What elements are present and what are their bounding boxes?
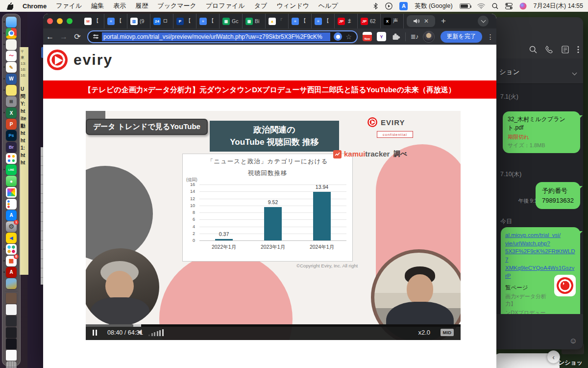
dock-item-grid-app[interactable]	[6, 153, 17, 164]
dock-item-word[interactable]: W	[6, 74, 17, 84]
dock-item-app-store[interactable]: A	[6, 210, 17, 221]
input-method-icon[interactable]: A	[399, 2, 408, 10]
close-tab-icon[interactable]: ✕	[424, 18, 429, 25]
dock-item-wave-app[interactable]: 〜	[6, 51, 17, 61]
dock-item-slack[interactable]	[6, 244, 17, 255]
note-icon[interactable]	[562, 46, 569, 53]
dock-item-preview-image[interactable]	[6, 278, 17, 289]
dock-item-messages[interactable]: ●	[6, 176, 17, 186]
new-tab-button[interactable]: +	[441, 16, 446, 26]
browser-tab[interactable]: P【	[173, 14, 196, 28]
extension-news-icon[interactable]: New	[363, 32, 372, 41]
pause-button[interactable]	[93, 330, 97, 336]
browser-tab[interactable]: JP62	[358, 14, 381, 28]
url-text[interactable]: portal.miovp.com/trial_vsi/preview/movie…	[102, 32, 330, 41]
browser-tab[interactable]: M【	[81, 14, 104, 28]
wifi-icon[interactable]	[477, 3, 485, 9]
menu-bookmarks[interactable]: ブックマーク	[157, 1, 196, 10]
update-chrome-button[interactable]: 更新を完了	[441, 31, 482, 43]
menu-view[interactable]: 表示	[113, 1, 126, 10]
reload-button[interactable]: ⟳	[71, 32, 84, 41]
browser-tab[interactable]: JPま	[335, 14, 358, 28]
browser-tab[interactable]: ▦Gc	[220, 14, 243, 28]
zoom-window-button[interactable]	[67, 18, 73, 24]
menu-history[interactable]: 履歴	[135, 1, 148, 10]
dock-item-notes-blank[interactable]	[6, 39, 17, 50]
video-player[interactable]: データ トレンドで見るYouTube 政治関連の YouTube 視聴回数 推移…	[86, 111, 461, 340]
address-bar[interactable]: portal.miovp.com/trial_vsi/preview/movie…	[87, 30, 358, 43]
line-chat-title-row[interactable]: ション	[496, 58, 583, 84]
minimize-window-button[interactable]	[57, 18, 63, 24]
browser-tab[interactable]: ≡【	[289, 14, 312, 28]
message-bubble-booking[interactable]: 予約番号 798913632	[536, 182, 580, 209]
dock-item-bridge[interactable]: Br	[6, 142, 17, 153]
volume-icon[interactable]	[138, 329, 145, 336]
playback-speed[interactable]: x2.0	[418, 329, 430, 336]
dock-item-minimized-window-1[interactable]	[6, 315, 17, 326]
menu-profiles[interactable]: プロファイル	[206, 1, 245, 10]
call-icon[interactable]	[545, 46, 553, 53]
battery-icon[interactable]	[460, 3, 470, 9]
message-link[interactable]: al.miovp.com/trial_vsi/	[505, 231, 576, 239]
apple-icon[interactable]	[7, 2, 13, 10]
browser-tab[interactable]: ≡【	[196, 14, 220, 28]
dock-item-acrobat[interactable]: A	[6, 267, 17, 278]
browser-tab[interactable]: ≡【	[312, 14, 335, 28]
menu-tabs[interactable]: タブ	[254, 1, 268, 10]
collapse-chevron-button[interactable]: ‹	[547, 350, 560, 364]
dock-item-notes[interactable]: ✎	[6, 62, 17, 73]
browser-tab[interactable]: 24ロ	[150, 14, 173, 28]
bluetooth-icon[interactable]	[373, 3, 378, 9]
browser-tab[interactable]: ▥(9	[127, 14, 150, 28]
dock-item-photos[interactable]	[6, 187, 17, 198]
dock-item-powerpoint[interactable]: P	[6, 119, 17, 130]
tab-search-button[interactable]	[478, 16, 489, 26]
dock-item-microsoft-365[interactable]: ▦6	[6, 256, 17, 266]
menu-window[interactable]: ウィンドウ	[276, 1, 309, 10]
dock-item-reminders[interactable]	[6, 199, 17, 210]
lens-icon[interactable]	[334, 32, 342, 41]
volume-level-bars[interactable]	[148, 329, 164, 336]
player-control-bar[interactable]: 08:40 / 64:31 x2.0 MID	[86, 324, 461, 340]
menubar-app-name[interactable]: Chrome	[23, 2, 47, 10]
siri-icon[interactable]	[519, 2, 527, 10]
dock-item-trash[interactable]	[6, 361, 17, 368]
more-icon[interactable]	[577, 46, 579, 53]
dock-item-minimized-window-2[interactable]	[6, 327, 17, 338]
quality-badge[interactable]: MID	[441, 329, 454, 336]
browser-tab[interactable]: ▲「	[266, 14, 289, 28]
site-info-icon[interactable]	[93, 35, 98, 38]
menubar-clock[interactable]: 7月24日(木) 14:55	[534, 2, 583, 10]
message-link[interactable]: 5X3F%2F9cK%2FRtKtWLD7	[505, 247, 576, 263]
line-chat-area[interactable]: 7.1(火) 32_木村ミルクプラント.pdf 期限切れ サイズ：1.8MB 7…	[496, 84, 583, 314]
menu-edit[interactable]: 編集	[91, 1, 104, 10]
dock-item-minimized-window-3[interactable]	[6, 339, 17, 349]
message-link[interactable]: vie/urlWatch.php?	[505, 239, 576, 248]
dock-item-minimized-photo[interactable]	[6, 293, 17, 304]
dock-item-minimized-doc[interactable]	[6, 304, 17, 315]
dock-item-cassette-app[interactable]: ▤	[6, 96, 17, 107]
input-method-label[interactable]: 英数 (Google)	[415, 2, 452, 10]
dock-item-photoshop[interactable]: Ps	[6, 130, 17, 141]
dock-item-delta-app[interactable]: ◀	[6, 233, 17, 243]
search-icon[interactable]	[529, 46, 537, 53]
eviry-play-icon[interactable]	[554, 275, 576, 296]
play-circle-icon[interactable]	[385, 2, 392, 10]
dock-item-finder[interactable]	[6, 17, 17, 27]
dock-item-line[interactable]: LINE	[6, 164, 17, 175]
seek-bar[interactable]	[86, 324, 461, 327]
seek-bar-handle[interactable]	[133, 324, 141, 327]
emoji-icon[interactable]: ☺	[569, 337, 577, 345]
menu-help[interactable]: ヘルプ	[318, 1, 338, 10]
extensions-puzzle-icon[interactable]	[391, 32, 400, 41]
line-chat-window[interactable]: ション 7.1(火) 32_木村ミルクプラント.pdf 期限切れ サイズ：1.8…	[496, 17, 583, 349]
dock-item-settings[interactable]: ⚙1	[6, 221, 17, 232]
dock-item-chrome[interactable]	[6, 28, 17, 39]
close-window-button[interactable]	[47, 18, 53, 24]
chevron-down-icon[interactable]	[572, 71, 577, 76]
dock-item-minimized-window-4[interactable]	[6, 350, 17, 361]
chrome-menu-icon[interactable]: ⋮	[487, 33, 494, 41]
forward-button[interactable]: →	[57, 32, 71, 41]
dock-item-stickies[interactable]	[6, 85, 17, 96]
browser-tab[interactable]: ≡【	[104, 14, 127, 28]
